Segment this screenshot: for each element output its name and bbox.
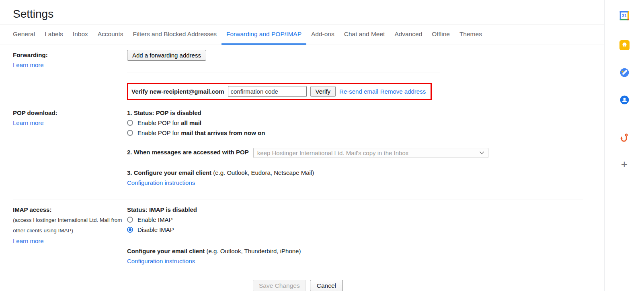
imap-body: Status: IMAP is disabled Enable IMAP Dis… — [127, 205, 583, 266]
forwarding-section: Forwarding: Learn more Add a forwarding … — [13, 50, 583, 100]
chevron-down-icon — [479, 151, 484, 155]
pop-when-row: 2. When messages are accessed with POP k… — [127, 147, 583, 158]
google-keep-icon[interactable] — [619, 40, 630, 50]
enable-pop-from-now-label: Enable POP for mail that arrives from no… — [137, 128, 265, 138]
confirmation-code-input[interactable] — [228, 86, 307, 97]
pop-configure-row: 3. Configure your email client (e.g. Out… — [127, 168, 583, 178]
verify-button[interactable]: Verify — [310, 86, 336, 97]
cancel-button[interactable]: Cancel — [310, 280, 343, 291]
pop-when-label: 2. When messages are accessed with POP — [127, 149, 249, 156]
remove-address-link[interactable]: Remove address — [380, 88, 426, 95]
google-side-panel: 31 + — [604, 0, 644, 291]
add-forwarding-address-button[interactable]: Add a forwarding address — [127, 50, 206, 61]
tab-general[interactable]: General — [8, 25, 40, 45]
pop-configure-examples: (e.g. Outlook, Eudora, Netscape Mail) — [211, 169, 314, 176]
page-title: Settings — [13, 6, 604, 22]
imap-access-sublabel: (access Hostinger International Ltd. Mai… — [13, 215, 127, 236]
pop-learn-more-link[interactable]: Learn more — [13, 119, 44, 126]
enable-imap-option: Enable IMAP — [127, 215, 583, 225]
google-calendar-icon[interactable]: 31 — [619, 10, 630, 21]
tab-chat-and-meet[interactable]: Chat and Meet — [339, 25, 390, 45]
tab-filters-blocked-addresses[interactable]: Filters and Blocked Addresses — [128, 25, 222, 45]
section-divider-1 — [13, 199, 583, 199]
settings-page: Settings General Labels Inbox Accounts F… — [0, 0, 604, 291]
tab-labels[interactable]: Labels — [40, 25, 68, 45]
imap-configure-heading: Configure your email client — [127, 248, 205, 254]
enable-pop-all-mail-radio[interactable] — [127, 120, 133, 126]
tab-add-ons[interactable]: Add-ons — [306, 25, 339, 45]
settings-tabbar: General Labels Inbox Accounts Filters an… — [0, 25, 604, 45]
tab-inbox[interactable]: Inbox — [68, 25, 93, 45]
disable-imap-radio[interactable] — [127, 227, 133, 233]
disable-imap-option: Disable IMAP — [127, 225, 583, 235]
verify-address-label: Verify new-recipient@gmail.com — [131, 88, 224, 95]
imap-configure-row: Configure your email client (e.g. Outloo… — [127, 246, 583, 256]
settings-footer: Save Changes Cancel — [13, 276, 583, 291]
enable-pop-all-mail-option: Enable POP for all mail — [127, 118, 583, 128]
enable-pop-all-mail-label: Enable POP for all mail — [137, 118, 201, 128]
side-panel-divider — [619, 122, 629, 122]
forwarding-body: Add a forwarding address Verify new-reci… — [127, 50, 583, 100]
pop-download-section: POP download: Learn more 1. Status: POP … — [13, 108, 583, 188]
tab-forwarding-pop-imap[interactable]: Forwarding and POP/IMAP — [222, 25, 306, 45]
imap-access-section: IMAP access: (access Hostinger Internati… — [13, 205, 583, 266]
pop-configuration-instructions-link[interactable]: Configuration instructions — [127, 179, 195, 186]
enable-pop-from-now-radio[interactable] — [127, 130, 133, 136]
pop-download-label: POP download: — [13, 108, 127, 118]
pop-body: 1. Status: POP is disabled Enable POP fo… — [127, 108, 583, 188]
imap-configure-examples: (e.g. Outlook, Thunderbird, iPhone) — [205, 248, 301, 254]
imap-access-label: IMAP access: — [13, 205, 127, 215]
google-contacts-icon[interactable] — [619, 94, 630, 105]
verify-links: Re-send email Remove address — [339, 88, 426, 95]
pop-configure-heading: 3. Configure your email client — [127, 169, 211, 176]
page-header: Settings — [0, 0, 604, 25]
tab-offline[interactable]: Offline — [427, 25, 455, 45]
disable-imap-label: Disable IMAP — [137, 225, 174, 235]
resend-email-link[interactable]: Re-send email — [339, 88, 378, 95]
forwarding-divider — [127, 72, 440, 72]
get-addons-plus-icon[interactable]: + — [619, 159, 630, 170]
enable-imap-label: Enable IMAP — [137, 215, 173, 225]
tab-advanced[interactable]: Advanced — [390, 25, 427, 45]
verify-address-row: Verify new-recipient@gmail.com Verify Re… — [127, 83, 432, 100]
hook-addon-icon[interactable] — [619, 133, 630, 143]
enable-imap-radio[interactable] — [127, 217, 133, 223]
imap-label-col: IMAP access: (access Hostinger Internati… — [13, 205, 127, 266]
imap-configuration-instructions-link[interactable]: Configuration instructions — [127, 258, 195, 264]
save-changes-button[interactable]: Save Changes — [253, 280, 306, 291]
tab-accounts[interactable]: Accounts — [93, 25, 128, 45]
forwarding-label-col: Forwarding: Learn more — [13, 50, 127, 100]
settings-content: Forwarding: Learn more Add a forwarding … — [0, 45, 604, 291]
google-tasks-icon[interactable] — [619, 67, 630, 78]
imap-learn-more-link[interactable]: Learn more — [13, 238, 44, 244]
pop-action-select[interactable]: keep Hostinger International Ltd. Mail's… — [253, 148, 488, 158]
forwarding-label: Forwarding: — [13, 50, 127, 60]
pop-status-heading: 1. Status: POP is disabled — [127, 108, 583, 118]
imap-status-heading: Status: IMAP is disabled — [127, 205, 583, 215]
svg-text:31: 31 — [622, 13, 627, 18]
pop-label-col: POP download: Learn more — [13, 108, 127, 188]
pop-action-selected-value: keep Hostinger International Ltd. Mail's… — [257, 148, 408, 158]
forwarding-learn-more-link[interactable]: Learn more — [13, 61, 44, 68]
tab-themes[interactable]: Themes — [455, 25, 487, 45]
enable-pop-from-now-option: Enable POP for mail that arrives from no… — [127, 128, 583, 138]
